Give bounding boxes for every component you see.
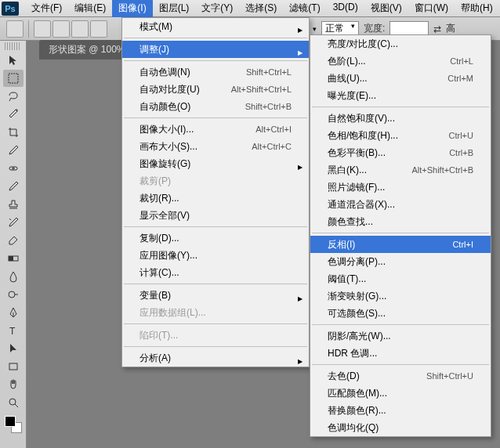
toolbox-grip[interactable] xyxy=(5,42,21,50)
mode-add-icon[interactable] xyxy=(53,20,70,38)
adjust-menu-item-16[interactable]: 渐变映射(G)... xyxy=(310,287,491,305)
adjust-menu-item-23[interactable]: 匹配颜色(M)... xyxy=(310,385,491,402)
image-menu-item-0[interactable]: 模式(M) xyxy=(122,18,309,35)
adjust-menu-item-8[interactable]: 黑白(K)...Alt+Shift+Ctrl+B xyxy=(310,161,491,179)
history-brush-tool-icon[interactable] xyxy=(3,214,24,231)
menu-item-label: HDR 色调... xyxy=(328,347,377,360)
zoom-tool-icon[interactable] xyxy=(3,394,24,411)
image-menu-item-4[interactable]: 自动色调(N)Shift+Ctrl+L xyxy=(122,63,309,81)
image-menu-item-13[interactable]: 显示全部(V) xyxy=(122,207,309,224)
adjust-menu-item-20[interactable]: HDR 色调... xyxy=(310,345,491,362)
image-menu-item-17[interactable]: 计算(C)... xyxy=(122,264,309,281)
lasso-tool-icon[interactable] xyxy=(3,88,24,105)
adjust-menu-item-1[interactable]: 色阶(L)...Ctrl+L xyxy=(310,52,491,70)
wand-tool-icon[interactable] xyxy=(3,106,24,123)
menu-item-label: 黑白(K)... xyxy=(328,164,367,177)
adjust-menu-item-17[interactable]: 可选颜色(S)... xyxy=(310,305,491,322)
pen-tool-icon[interactable] xyxy=(3,304,24,321)
dodge-tool-icon[interactable] xyxy=(3,286,24,303)
menu-item-label: 自动对比度(U) xyxy=(139,83,200,96)
adjust-menu-item-9[interactable]: 照片滤镜(F)... xyxy=(310,179,491,196)
adjust-menu-item-24[interactable]: 替换颜色(R)... xyxy=(310,402,491,419)
adjust-menu-item-11[interactable]: 颜色查找... xyxy=(310,213,491,230)
marquee-tool-icon[interactable] xyxy=(3,70,24,87)
image-menu-item-15[interactable]: 复制(D)... xyxy=(122,229,309,247)
hand-tool-icon[interactable] xyxy=(3,376,24,393)
menu-3D[interactable]: 3D(D) xyxy=(327,0,364,17)
image-menu-item-12[interactable]: 裁切(R)... xyxy=(122,190,309,207)
adjust-menu-item-3[interactable]: 曝光度(E)... xyxy=(310,87,491,104)
menu-图层[interactable]: 图层(L) xyxy=(153,0,196,17)
mode-subtract-icon[interactable] xyxy=(71,20,89,38)
adjust-menu-item-19[interactable]: 阴影/高光(W)... xyxy=(310,327,491,345)
menu-文件[interactable]: 文件(F) xyxy=(25,0,68,17)
image-menu-item-9[interactable]: 画布大小(S)...Alt+Ctrl+C xyxy=(122,138,309,155)
svg-text:T: T xyxy=(9,326,16,337)
menu-item-label: 曝光度(E)... xyxy=(328,89,376,103)
adjust-menu-item-15[interactable]: 阈值(T)... xyxy=(310,270,491,287)
adjust-menu-item-7[interactable]: 色彩平衡(B)...Ctrl+B xyxy=(310,144,491,161)
tool-preset-icon[interactable] xyxy=(6,20,24,38)
eyedropper-tool-icon[interactable] xyxy=(3,142,24,159)
dropdown-arrow-icon[interactable]: ▾ xyxy=(313,25,317,33)
color-swatch[interactable] xyxy=(5,416,22,433)
image-menu-item-2[interactable]: 调整(J) xyxy=(122,41,309,58)
adjust-menu-item-5[interactable]: 自然饱和度(V)... xyxy=(310,110,491,127)
menu-item-label: 陷印(T)... xyxy=(139,329,178,342)
menu-滤镜[interactable]: 滤镜(T) xyxy=(283,0,326,17)
image-menu-item-5[interactable]: 自动对比度(U)Alt+Shift+Ctrl+L xyxy=(122,81,309,98)
fg-color[interactable] xyxy=(5,416,16,427)
stamp-tool-icon[interactable] xyxy=(3,196,24,213)
menu-item-label: 画布大小(S)... xyxy=(139,140,197,154)
adjust-menu-item-25[interactable]: 色调均化(Q) xyxy=(310,419,491,436)
blur-tool-icon[interactable] xyxy=(3,268,24,285)
image-menu-item-16[interactable]: 应用图像(Y)... xyxy=(122,247,309,264)
path-select-tool-icon[interactable] xyxy=(3,340,24,357)
menu-帮助[interactable]: 帮助(H) xyxy=(455,0,499,17)
shape-tool-icon[interactable] xyxy=(3,358,24,375)
adjust-menu-item-14[interactable]: 色调分离(P)... xyxy=(310,253,491,270)
move-tool-icon[interactable] xyxy=(3,52,24,69)
menu-shortcut: Ctrl+L xyxy=(450,56,473,66)
gradient-tool-icon[interactable] xyxy=(3,250,24,267)
eraser-tool-icon[interactable] xyxy=(3,232,24,249)
menu-shortcut: Shift+Ctrl+B xyxy=(245,102,292,111)
heal-tool-icon[interactable] xyxy=(3,160,24,177)
adjust-menu-item-2[interactable]: 曲线(U)...Ctrl+M xyxy=(310,70,491,87)
mode-new-icon[interactable] xyxy=(34,20,51,38)
blend-mode-value: 正常 xyxy=(325,23,344,34)
adjust-menu-item-0[interactable]: 亮度/对比度(C)... xyxy=(310,35,491,52)
menu-separator xyxy=(312,233,489,233)
mode-intersect-icon[interactable] xyxy=(90,20,107,38)
menu-separator xyxy=(124,60,307,61)
image-menu-item-10[interactable]: 图像旋转(G) xyxy=(122,155,309,172)
menu-图像[interactable]: 图像(I) xyxy=(112,0,152,17)
menu-item-label: 分析(A) xyxy=(139,352,171,365)
menu-选择[interactable]: 选择(S) xyxy=(239,0,283,17)
image-menu-item-6[interactable]: 自动颜色(O)Shift+Ctrl+B xyxy=(122,98,309,115)
adjust-menu-item-13[interactable]: 反相(I)Ctrl+I xyxy=(310,236,491,253)
type-tool-icon[interactable]: T xyxy=(3,322,24,339)
crop-tool-icon[interactable] xyxy=(3,124,24,141)
document-tab-label: 形状图案 @ 100% xyxy=(49,43,125,56)
adjust-menu-item-10[interactable]: 通道混合器(X)... xyxy=(310,196,491,213)
menu-编辑[interactable]: 编辑(E) xyxy=(68,0,112,17)
menu-item-label: 显示全部(V) xyxy=(139,209,190,222)
menu-文字[interactable]: 文字(Y) xyxy=(195,0,239,17)
menu-shortcut: Ctrl+I xyxy=(452,240,473,249)
adjustments-submenu-dropdown: 亮度/对比度(C)...色阶(L)...Ctrl+L曲线(U)...Ctrl+M… xyxy=(310,34,491,437)
image-menu-item-8[interactable]: 图像大小(I)...Alt+Ctrl+I xyxy=(122,121,309,138)
image-menu-item-19[interactable]: 变量(B) xyxy=(122,287,309,304)
menu-separator xyxy=(124,346,307,347)
adjust-menu-item-6[interactable]: 色相/饱和度(H)...Ctrl+U xyxy=(310,127,491,144)
menu-窗口[interactable]: 窗口(W) xyxy=(408,0,455,17)
menu-item-label: 裁切(R)... xyxy=(139,192,179,205)
menu-视图[interactable]: 视图(V) xyxy=(364,0,408,17)
image-menu-item-24[interactable]: 分析(A) xyxy=(122,349,309,367)
image-menu-item-20: 应用数据组(L)... xyxy=(122,304,309,321)
adjust-menu-item-22[interactable]: 去色(D)Shift+Ctrl+U xyxy=(310,367,491,385)
toolbox: T xyxy=(0,41,27,448)
link-icon[interactable]: ⇄ xyxy=(433,23,441,34)
brush-tool-icon[interactable] xyxy=(3,178,24,195)
image-menu-dropdown: 模式(M)调整(J)自动色调(N)Shift+Ctrl+L自动对比度(U)Alt… xyxy=(121,17,310,367)
